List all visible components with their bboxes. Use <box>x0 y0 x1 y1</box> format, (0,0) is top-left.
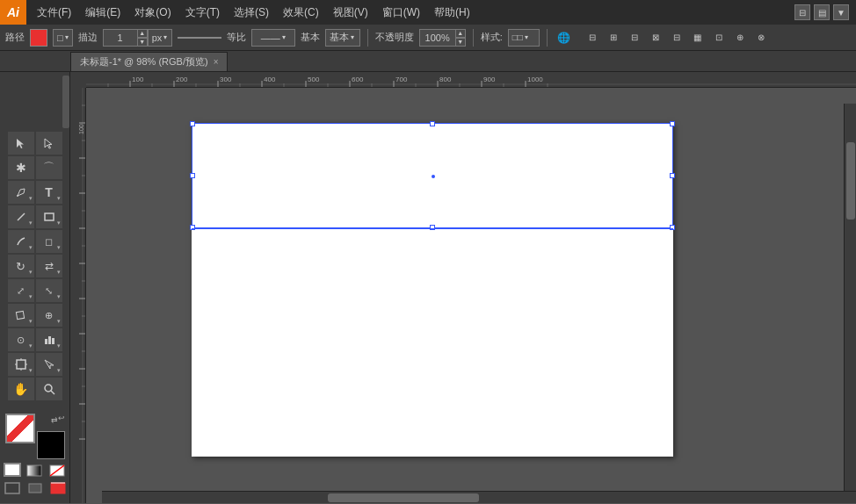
svg-rect-6 <box>52 338 54 344</box>
scrollbar-horizontal[interactable] <box>102 491 856 503</box>
handle-bm[interactable] <box>430 225 435 230</box>
title-btn-2[interactable]: ▤ <box>814 4 830 20</box>
document-tab[interactable]: 未标题-1* @ 98% (RGB/预览) × <box>70 52 228 71</box>
swap-colors-btn[interactable]: ⇄ <box>51 415 58 424</box>
rotate-tool-btn[interactable]: ↻ ▾ <box>8 255 34 277</box>
menu-view[interactable]: 视图(V) <box>326 0 375 25</box>
handle-tr[interactable] <box>670 121 675 126</box>
warp-tool-btn[interactable]: ⤡ ▾ <box>36 279 62 302</box>
handle-tl[interactable] <box>190 121 195 126</box>
magic-wand-btn[interactable]: ✱ <box>8 156 34 179</box>
menu-effect[interactable]: 效果(C) <box>276 0 326 25</box>
path-label: 路径 <box>5 31 25 44</box>
selection-box <box>192 123 673 228</box>
toolbar-icon-3[interactable]: ⊟ <box>625 28 644 47</box>
toolbar-icon-6[interactable]: ▦ <box>688 28 707 47</box>
fill-swatch[interactable] <box>30 29 47 47</box>
none-btn[interactable] <box>47 463 67 479</box>
line-tool-btn[interactable]: ▾ <box>8 205 34 228</box>
title-btn-1[interactable]: ⊟ <box>794 4 810 20</box>
zoom-tool-btn[interactable] <box>36 378 62 400</box>
tab-bar: 未标题-1* @ 98% (RGB/预览) × <box>0 51 856 72</box>
menu-file[interactable]: 文件(F) <box>30 0 78 25</box>
rect-tool-btn[interactable]: ▾ <box>36 205 62 228</box>
artboard[interactable] <box>192 123 673 457</box>
artboard-tool-btn[interactable]: ▾ <box>8 353 34 376</box>
handle-br[interactable] <box>670 225 675 230</box>
equal-label: 等比 <box>227 31 246 44</box>
tool-row-10: ▾ ▾ <box>8 353 62 376</box>
stroke-width-input[interactable] <box>103 29 138 47</box>
slice-tool-btn[interactable]: ▾ <box>36 353 62 376</box>
toolbar-icon-2[interactable]: ⊞ <box>604 28 623 47</box>
menu-window[interactable]: 窗口(W) <box>375 0 427 25</box>
stroke-dropdown[interactable]: □▾ <box>53 29 73 47</box>
document-canvas[interactable] <box>86 88 856 503</box>
normal-screen-btn[interactable] <box>3 480 22 496</box>
stroke-unit-dropdown[interactable]: px▾ <box>148 29 172 47</box>
menu-object[interactable]: 对象(O) <box>127 0 178 25</box>
tool-row-4: ▾ ▾ <box>8 205 62 228</box>
base-dropdown[interactable]: 基本▾ <box>325 29 360 47</box>
scrollbar-vertical[interactable] <box>844 104 856 491</box>
scrollbar-v-thumb[interactable] <box>846 142 855 220</box>
svg-text:100: 100 <box>132 76 144 83</box>
svg-line-1 <box>18 213 25 220</box>
main-layout: ✱ ⌒ ▾ T ▾ ▾ ▾ <box>0 72 856 503</box>
stroke-stepper[interactable]: ▲▼ <box>137 29 148 47</box>
handle-mr[interactable] <box>670 173 675 178</box>
svg-rect-19 <box>51 483 65 493</box>
center-point <box>432 175 435 178</box>
style-dropdown[interactable]: □□▾ <box>508 29 540 47</box>
screen-mode-row <box>3 480 68 496</box>
eraser-btn[interactable]: ◻ ▾ <box>36 230 62 253</box>
svg-text:600: 600 <box>352 76 364 83</box>
fill-color-btn[interactable] <box>4 463 21 477</box>
title-btn-3[interactable]: ▼ <box>833 4 849 20</box>
toolbar-icon-9[interactable]: ⊗ <box>751 28 771 47</box>
toolbox-collapse[interactable] <box>62 76 69 128</box>
toolbar-icon-5[interactable]: ⊟ <box>667 28 686 47</box>
menu-help[interactable]: 帮助(H) <box>427 0 477 25</box>
menu-select[interactable]: 选择(S) <box>227 0 276 25</box>
toolbox-bottom-icons <box>3 463 68 496</box>
svg-rect-5 <box>48 336 51 344</box>
toolbar-icon-1[interactable]: ⊟ <box>583 28 602 47</box>
menu-edit[interactable]: 编辑(E) <box>78 0 127 25</box>
puppet-warp-btn[interactable]: ⊕ ▾ <box>36 304 62 327</box>
hand-tool-btn[interactable]: ✋ <box>8 378 34 400</box>
opacity-input[interactable] <box>419 29 456 47</box>
reset-colors-btn[interactable]: ↩ <box>58 414 65 422</box>
toolbar-icon-4[interactable]: ⊠ <box>646 28 665 47</box>
type-tool-btn[interactable]: T ▾ <box>36 181 62 204</box>
menu-type[interactable]: 文字(T) <box>178 0 227 25</box>
scale-tool-btn[interactable]: ⤢ ▾ <box>8 279 34 302</box>
gradient-btn[interactable] <box>25 463 44 479</box>
handle-ml[interactable] <box>190 173 195 178</box>
toolbar-icon-8[interactable]: ⊕ <box>730 28 750 47</box>
tool-row-9: ⊙ ▾ ▾ <box>8 328 62 351</box>
pencil-tool-btn[interactable]: ▾ <box>8 230 34 253</box>
ruler-corner <box>70 72 86 88</box>
globe-icon-btn[interactable]: 🌐 <box>555 28 574 47</box>
fullscreen-btn[interactable] <box>25 480 45 496</box>
equal-dropdown[interactable]: ——▾ <box>251 29 295 47</box>
mirror-tool-btn[interactable]: ⇄ ▾ <box>36 255 62 277</box>
pen-tool-btn[interactable]: ▾ <box>8 181 34 204</box>
background-color-swatch[interactable] <box>37 431 65 459</box>
tab-close-btn[interactable]: × <box>214 57 219 67</box>
selection-tool-btn[interactable] <box>8 132 34 155</box>
handle-bl[interactable] <box>190 225 195 230</box>
symbol-tool-btn[interactable]: ⊙ ▾ <box>8 328 34 351</box>
scrollbar-h-thumb[interactable] <box>328 493 479 502</box>
opacity-stepper[interactable]: ▲▼ <box>455 29 466 47</box>
free-transform-btn[interactable]: ▾ <box>8 304 34 327</box>
toolbar-icon-7[interactable]: ⊡ <box>709 28 729 47</box>
handle-tm[interactable] <box>430 121 435 126</box>
presentation-btn[interactable] <box>48 480 68 496</box>
foreground-color-swatch[interactable] <box>5 414 35 443</box>
direct-selection-btn[interactable] <box>36 132 62 155</box>
chart-tool-btn[interactable]: ▾ <box>36 328 62 351</box>
lasso-btn[interactable]: ⌒ <box>36 156 62 179</box>
toolbox: ✱ ⌒ ▾ T ▾ ▾ ▾ <box>0 72 70 503</box>
